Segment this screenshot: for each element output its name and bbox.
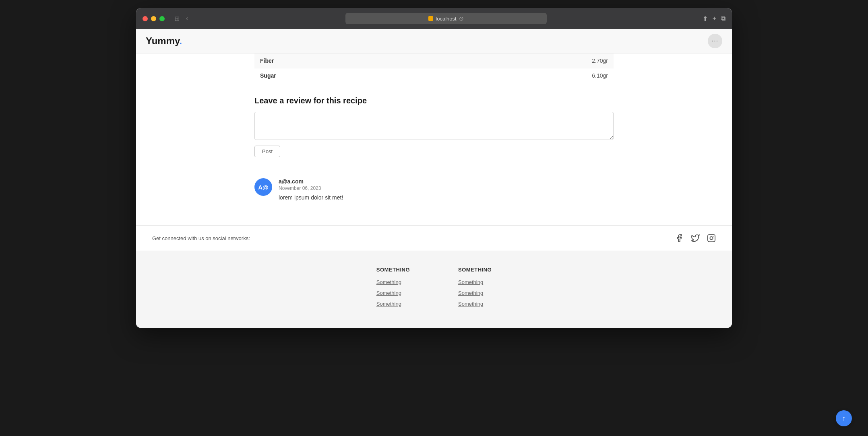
footer-col-1-title: SOMETHING bbox=[376, 267, 410, 273]
footer-link[interactable]: Something bbox=[376, 290, 410, 296]
favicon-icon bbox=[428, 16, 433, 21]
table-row: Fiber 2.70gr bbox=[254, 53, 614, 68]
main-content: Fiber 2.70gr Sugar 6.10gr Leave a review… bbox=[245, 53, 623, 209]
nutrition-value-fiber: 2.70gr bbox=[434, 53, 614, 68]
sidebar-toggle[interactable]: ⊞ bbox=[173, 13, 181, 24]
facebook-icon[interactable] bbox=[675, 234, 684, 243]
logo-text: Yummy bbox=[146, 35, 180, 46]
browser-controls: ⊞ ‹ bbox=[173, 13, 190, 24]
nutrition-label-fiber: Fiber bbox=[254, 53, 434, 68]
comment-text: lorem ipsum dolor sit met! bbox=[279, 194, 343, 201]
table-row: Sugar 6.10gr bbox=[254, 68, 614, 83]
comment-date: November 06, 2023 bbox=[279, 185, 343, 191]
nutrition-table: Fiber 2.70gr Sugar 6.10gr bbox=[254, 53, 614, 83]
back-button[interactable]: ‹ bbox=[184, 13, 190, 24]
footer-column-2: SOMETHING Something Something Something bbox=[458, 267, 492, 312]
footer-link[interactable]: Something bbox=[376, 301, 410, 307]
comment-author: a@a.com bbox=[279, 178, 343, 185]
comment-body: a@a.com November 06, 2023 lorem ipsum do… bbox=[279, 178, 343, 201]
avatar: A@ bbox=[254, 178, 272, 196]
review-section: Leave a review for this recipe Post bbox=[254, 96, 614, 157]
menu-button[interactable]: ··· bbox=[708, 34, 722, 48]
site-header: Yummy. ··· bbox=[136, 29, 732, 53]
traffic-lights bbox=[143, 16, 165, 21]
logo-dot: . bbox=[180, 35, 182, 46]
footer-bottom: SOMETHING Something Something Something … bbox=[136, 251, 732, 328]
comments-list: A@ a@a.com November 06, 2023 lorem ipsum… bbox=[254, 170, 614, 209]
new-tab-icon[interactable]: + bbox=[713, 15, 716, 22]
url-text: localhost bbox=[436, 16, 456, 22]
tabs-icon[interactable]: ⧉ bbox=[721, 15, 725, 22]
post-button[interactable]: Post bbox=[254, 146, 280, 157]
footer-link[interactable]: Something bbox=[458, 301, 492, 307]
maximize-button[interactable] bbox=[159, 16, 165, 21]
minimize-button[interactable] bbox=[151, 16, 156, 21]
browser-chrome: ⊞ ‹ localhost ⊙ ⬆ + ⧉ bbox=[136, 8, 732, 29]
social-icons bbox=[675, 234, 716, 243]
svg-rect-0 bbox=[708, 234, 715, 242]
review-section-title: Leave a review for this recipe bbox=[254, 96, 614, 105]
footer-column-1: SOMETHING Something Something Something bbox=[376, 267, 410, 312]
footer-link[interactable]: Something bbox=[458, 290, 492, 296]
instagram-icon[interactable] bbox=[707, 234, 716, 243]
close-button[interactable] bbox=[143, 16, 148, 21]
nutrition-value-sugar: 6.10gr bbox=[434, 68, 614, 83]
social-text: Get connected with us on social networks… bbox=[152, 235, 250, 241]
site-logo[interactable]: Yummy. bbox=[146, 35, 182, 47]
nutrition-label-sugar: Sugar bbox=[254, 68, 434, 83]
address-bar[interactable]: localhost ⊙ bbox=[345, 13, 547, 24]
footer-link[interactable]: Something bbox=[376, 279, 410, 285]
browser-actions: ⬆ + ⧉ bbox=[703, 15, 725, 23]
comment-item: A@ a@a.com November 06, 2023 lorem ipsum… bbox=[254, 170, 614, 209]
review-textarea[interactable] bbox=[254, 112, 614, 140]
twitter-icon[interactable] bbox=[691, 234, 700, 243]
footer-link[interactable]: Something bbox=[458, 279, 492, 285]
footer-col-2-title: SOMETHING bbox=[458, 267, 492, 273]
footer-social-bar: Get connected with us on social networks… bbox=[136, 225, 732, 251]
scroll-to-top-button[interactable]: ↑ bbox=[836, 410, 852, 426]
share-icon[interactable]: ⬆ bbox=[703, 15, 708, 23]
security-icon: ⊙ bbox=[459, 15, 464, 22]
avatar-text: A@ bbox=[258, 184, 268, 191]
